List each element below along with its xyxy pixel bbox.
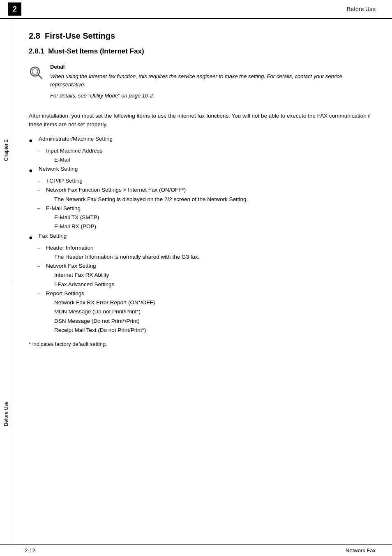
page-wrapper: Chapter 2 Before Use 2.8 First-Use Setti…	[0, 19, 392, 545]
list-item-sub: E-Mail TX (SMTP)	[29, 213, 371, 222]
list-item-dash: – Input Machine Address	[29, 147, 371, 155]
detail-label: Detail	[50, 64, 371, 70]
list-item-text: Network Setting	[39, 165, 78, 173]
dash-char: –	[37, 204, 42, 213]
top-header: 2 Before Use	[0, 0, 392, 19]
body-text: After installation, you must set the fol…	[29, 111, 371, 129]
list-item-dash: – Report Settings	[29, 290, 371, 298]
list-item-dash: – E-Mail Setting	[29, 204, 371, 213]
section-heading: 2.8 First-Use Settings	[29, 31, 371, 41]
list-item-dash-text: Network Fax Setting	[46, 262, 96, 270]
detail-box: Detail When using the Internet fax funct…	[29, 64, 371, 103]
list-item-sub: The Network Fax Setting is displayed on …	[29, 195, 371, 204]
footnote: * indicates factory default setting.	[29, 341, 371, 347]
detail-content: Detail When using the Internet fax funct…	[50, 64, 371, 103]
list-item-text: Fax Setting	[39, 232, 67, 240]
subsection-heading: 2.8.1 Must-Set Items (Internet Fax)	[29, 47, 371, 56]
main-content: 2.8 First-Use Settings 2.8.1 Must-Set It…	[12, 19, 392, 545]
left-sidebar: Chapter 2 Before Use	[0, 19, 12, 545]
sidebar-chapter-label: Chapter 2	[3, 139, 9, 161]
bullet-dot: ●	[29, 166, 35, 176]
list-item-dash-text: Header Information	[46, 244, 94, 252]
list-item-text: Administrator/Machine Setting	[39, 135, 113, 143]
svg-line-2	[38, 75, 42, 79]
list-item-sub: MDN Message (Do not Print/Print*)	[29, 308, 371, 316]
list-item-sub: I-Fax Advanced Settings	[29, 280, 371, 289]
chapter-badge: 2	[8, 2, 21, 16]
sidebar-chapter: Chapter 2	[0, 19, 12, 282]
list-item-dash: – Network Fax Function Settings > Intern…	[29, 186, 371, 194]
bottom-footer: 2-12 Network Fax	[0, 544, 392, 556]
dash-char: –	[37, 186, 42, 194]
section-number: 2.8	[29, 31, 40, 40]
bullet-dot: ●	[29, 136, 35, 146]
dash-char: –	[37, 290, 42, 298]
list-item-dash-text: TCP/IP Setting	[46, 177, 83, 185]
list-item-sub: E-Mail	[29, 156, 371, 164]
list-item-sub: DSN Message (Do not Print*/Print)	[29, 317, 371, 325]
list-section: ● Administrator/Machine Setting – Input …	[29, 135, 371, 335]
dash-char: –	[37, 244, 42, 252]
dash-char: –	[37, 147, 42, 155]
list-item-sub: The Header Information is normally share…	[29, 253, 371, 261]
dash-char: –	[37, 177, 42, 185]
list-item-dash-text: Input Machine Address	[46, 147, 102, 155]
list-item-sub: Network Fax RX Error Report (ON*/OFF)	[29, 299, 371, 307]
list-item-dash: – Network Fax Setting	[29, 262, 371, 270]
footer-doc-title: Network Fax	[346, 547, 376, 554]
list-item-sub: E-Mail RX (POP)	[29, 222, 371, 231]
bullet-dot: ●	[29, 233, 35, 243]
sidebar-before-label: Before Use	[3, 401, 9, 426]
list-item-dash-text: E-Mail Setting	[46, 204, 81, 213]
list-item: ● Administrator/Machine Setting	[29, 135, 371, 146]
chapter-number: 2	[13, 5, 17, 14]
detail-text1: When using the Internet fax function, th…	[50, 72, 371, 88]
footer-page: 2-12	[25, 547, 35, 554]
detail-text2: For details, see "Utility Mode" on page …	[50, 92, 371, 100]
list-item-dash: – Header Information	[29, 244, 371, 252]
sidebar-before: Before Use	[0, 282, 12, 545]
list-item-dash-text: Report Settings	[46, 290, 84, 298]
svg-point-1	[32, 69, 38, 74]
list-item-dash: – TCP/IP Setting	[29, 177, 371, 185]
subsection-title: Must-Set Items (Internet Fax)	[48, 47, 144, 55]
list-item-dash-text: Network Fax Function Settings > Internet…	[46, 186, 186, 194]
list-item-sub: Internet Fax RX Ability	[29, 271, 371, 279]
subsection-number: 2.8.1	[29, 47, 44, 55]
detail-icon	[29, 65, 44, 82]
list-item-sub: Receipt Mail Text (Do not Print/Print*)	[29, 326, 371, 334]
dash-char: –	[37, 262, 42, 270]
list-item: ● Fax Setting	[29, 232, 371, 243]
section-title: First-Use Settings	[45, 31, 115, 40]
list-item: ● Network Setting	[29, 165, 371, 176]
header-title: Before Use	[347, 6, 376, 12]
